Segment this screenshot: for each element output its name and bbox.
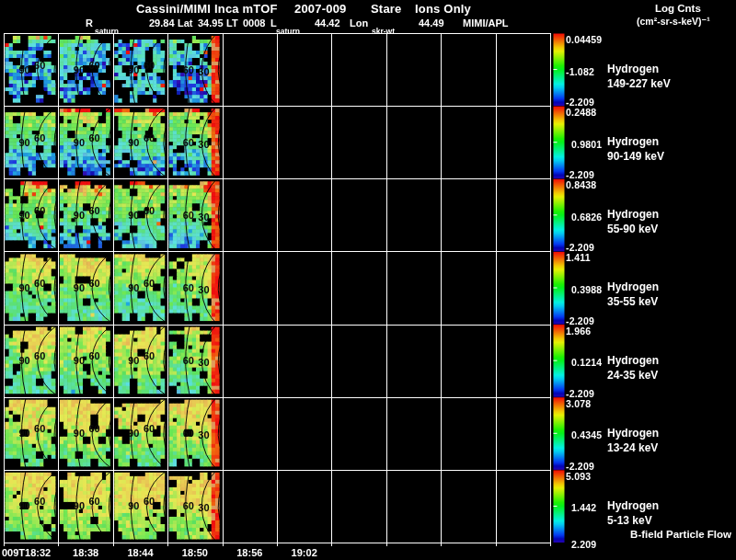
time-axis-label: 009T18:32 bbox=[2, 547, 51, 558]
status-l-subscript: saturn bbox=[276, 27, 300, 36]
colorbar-mid-label: 0.3988 bbox=[571, 284, 602, 295]
time-axis-label: 18:44 bbox=[127, 547, 153, 558]
row-species-label: Hydrogen bbox=[607, 499, 659, 512]
status-credit: MIMI/APL bbox=[463, 17, 509, 29]
colorbar-max-label: 1.966 bbox=[566, 326, 591, 337]
row-energy-label: 55-90 keV bbox=[607, 223, 658, 235]
status-lt-label: LT bbox=[226, 17, 238, 29]
status-lat-label: Lat bbox=[178, 17, 193, 29]
colorbar-min-label: 2.209 bbox=[571, 539, 596, 550]
page-title-instrument: Cassini/MIMI Inca mTOF bbox=[136, 2, 278, 16]
row-energy-label: 13-24 keV bbox=[607, 441, 658, 454]
row-species-label: Hydrogen bbox=[607, 280, 659, 293]
colorbar-max-label: 0.04459 bbox=[566, 34, 602, 45]
row-energy-label: 35-55 keV bbox=[607, 295, 658, 308]
colorbar-mid-label: -1.082 bbox=[566, 66, 594, 77]
time-axis-label: 18:50 bbox=[182, 547, 208, 558]
status-lt-value: 0008 bbox=[243, 17, 265, 29]
row-species-label: Hydrogen bbox=[607, 135, 659, 148]
page-title-mode: Stare bbox=[371, 2, 402, 16]
spectrogram-page: Cassini/MIMI Inca mTOF 2007-009 Stare Io… bbox=[0, 0, 736, 560]
colorbar-units-title: Log Cnts bbox=[655, 3, 701, 14]
colorbar-max-label: 5.093 bbox=[566, 471, 591, 482]
colorbar-max-label: 3.078 bbox=[566, 398, 591, 409]
bfield-annotation: B-field Particle Flow bbox=[630, 529, 731, 540]
colorbar-max-label: 0.8438 bbox=[566, 179, 596, 190]
page-title-date: 2007-009 bbox=[294, 2, 347, 16]
status-l-value: 44.42 bbox=[315, 17, 340, 29]
colorbar-mid-label: 1.442 bbox=[571, 502, 596, 513]
row-energy-label: 90-149 keV bbox=[607, 150, 664, 163]
time-axis-label: 18:56 bbox=[236, 547, 262, 558]
colorbar-units: (cm²-sr-s-keV)⁻¹ bbox=[637, 16, 710, 27]
status-r-subscript: saturn bbox=[95, 27, 119, 36]
time-axis-label: 19:02 bbox=[292, 547, 317, 558]
colorbar-mid-label: 0.6826 bbox=[571, 211, 602, 223]
status-lat-value: 34.95 bbox=[198, 17, 224, 29]
colorbar-mid-label: 0.1214 bbox=[571, 357, 602, 368]
row-species-label: Hydrogen bbox=[607, 63, 659, 75]
row-energy-label: 24-35 keV bbox=[607, 369, 658, 382]
row-energy-label: 5-13 keV bbox=[607, 514, 652, 527]
row-species-label: Hydrogen bbox=[607, 208, 659, 221]
status-r-value: 29.84 bbox=[149, 17, 175, 29]
status-lon-value: 44.49 bbox=[419, 17, 444, 29]
colorbar-max-label: 1.411 bbox=[566, 252, 591, 263]
colorbar-max-label: 0.2488 bbox=[566, 107, 596, 118]
colorbar-mid-label: 0.4345 bbox=[571, 429, 602, 440]
time-axis-label: 18:38 bbox=[73, 547, 98, 558]
row-energy-label: 149-227 keV bbox=[607, 77, 671, 90]
status-lon-subscript: skr-wt bbox=[372, 27, 395, 36]
status-lon-label: Lon bbox=[350, 17, 368, 29]
row-species-label: Hydrogen bbox=[607, 427, 659, 440]
page-title-filter: Ions Only bbox=[415, 2, 471, 16]
status-r-label: R bbox=[86, 17, 93, 29]
colorbar-mid-label: 0.9801 bbox=[571, 139, 602, 150]
row-species-label: Hydrogen bbox=[607, 354, 659, 367]
